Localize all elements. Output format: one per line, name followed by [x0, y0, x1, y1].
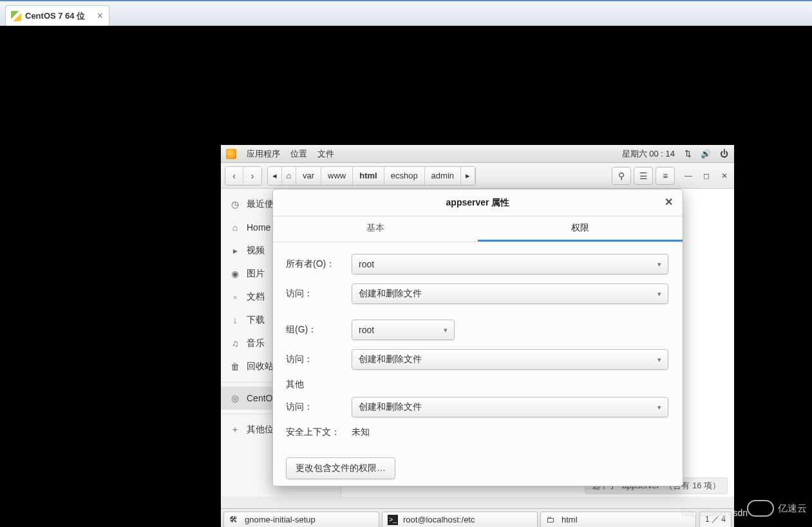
group-combo[interactable]: root [352, 320, 455, 340]
path-seg-admin[interactable]: admin [425, 167, 461, 185]
terminal-icon: >_ [388, 515, 398, 525]
gnome-bottom-panel: 🛠 gnome-initial-setup >_ root@localhost:… [221, 508, 734, 527]
properties-dialog: appserver 属性 ✕ 基本 权限 所有者(O)： root 访问： 创建… [272, 189, 683, 486]
blog-url-text: https://blog.csdn [682, 508, 748, 518]
vm-icon [11, 11, 21, 21]
view-menu-button[interactable]: ≡ [656, 167, 675, 185]
tools-icon: 🛠 [229, 515, 240, 525]
owner-combo[interactable]: root [352, 254, 668, 274]
path-seg-ecshop[interactable]: ecshop [384, 167, 425, 185]
secontext-label: 安全上下文： [286, 426, 352, 438]
window-minimize-icon[interactable]: — [683, 170, 694, 182]
taskbar-item-setup[interactable]: 🛠 gnome-initial-setup [223, 512, 379, 528]
clock-icon: ◷ [230, 199, 240, 209]
gnome-desktop: 应用程序 位置 文件 星期六 00 : 14 ⇅ 🔊 ⏻ ‹ › ◂ ⌂ var… [221, 145, 734, 527]
nav-forward-button[interactable]: › [243, 167, 261, 185]
folder-icon: 🗀 [546, 515, 556, 525]
watermark-text: 亿速云 [778, 503, 807, 515]
owner-access-combo[interactable]: 创建和删除文件 [352, 283, 668, 304]
nav-buttons: ‹ › [225, 166, 262, 186]
disc-icon: ◎ [230, 393, 240, 403]
menu-files[interactable]: 文件 [317, 148, 334, 160]
path-bar: ◂ ⌂ var www html ecshop admin ▸ [267, 166, 476, 186]
vm-display: 应用程序 位置 文件 星期六 00 : 14 ⇅ 🔊 ⏻ ‹ › ◂ ⌂ var… [0, 26, 812, 527]
vm-tab-title: CentOS 7 64 位 [25, 10, 85, 22]
home-icon: ⌂ [230, 222, 240, 233]
power-icon[interactable]: ⏻ [719, 149, 729, 159]
window-maximize-icon[interactable]: ◻ [701, 170, 712, 182]
owner-label: 所有者(O)： [286, 258, 352, 270]
host-tab-bar: CentOS 7 64 位 ✕ [0, 0, 812, 26]
watermark: 亿速云 [747, 500, 807, 517]
gnome-top-panel: 应用程序 位置 文件 星期六 00 : 14 ⇅ 🔊 ⏻ [221, 145, 734, 163]
secontext-value: 未知 [352, 426, 370, 438]
camera-icon: ◉ [230, 269, 240, 279]
dialog-titlebar: appserver 属性 ✕ [273, 189, 683, 216]
vm-tab[interactable]: CentOS 7 64 位 ✕ [5, 5, 109, 26]
volume-icon[interactable]: 🔊 [701, 149, 711, 159]
taskbar-item-terminal[interactable]: >_ root@localhost:/etc [382, 512, 538, 528]
download-icon: ↓ [230, 315, 240, 325]
others-section-label: 其他 [286, 379, 670, 390]
panel-datetime[interactable]: 星期六 00 : 14 [622, 148, 675, 160]
path-scroll-left[interactable]: ◂ [268, 167, 282, 185]
group-access-combo[interactable]: 创建和删除文件 [352, 349, 668, 370]
network-icon[interactable]: ⇅ [683, 149, 693, 159]
music-icon: ♫ [230, 338, 240, 349]
nav-back-button[interactable]: ‹ [225, 167, 243, 185]
view-list-button[interactable]: ☰ [634, 167, 653, 185]
document-icon: ▫ [230, 292, 240, 302]
dialog-title: appserver 属性 [446, 197, 510, 209]
menu-applications[interactable]: 应用程序 [247, 148, 280, 160]
group-access-label: 访问： [286, 354, 352, 365]
plus-icon: ＋ [230, 424, 240, 436]
close-tab-icon[interactable]: ✕ [97, 11, 104, 21]
path-home-button[interactable]: ⌂ [282, 167, 296, 185]
filemanager-toolbar: ‹ › ◂ ⌂ var www html ecshop admin ▸ ⚲ ☰ … [221, 163, 734, 189]
tab-permissions[interactable]: 权限 [478, 216, 683, 242]
others-access-combo[interactable]: 创建和删除文件 [352, 397, 668, 417]
search-button[interactable]: ⚲ [612, 167, 631, 185]
path-seg-var[interactable]: var [296, 167, 321, 185]
trash-icon: 🗑 [230, 361, 240, 372]
change-recursive-button[interactable]: 更改包含文件的权限… [286, 457, 395, 479]
video-icon: ▸ [230, 245, 240, 256]
cloud-icon [747, 500, 774, 517]
taskbar-item-files[interactable]: 🗀 html [540, 512, 696, 528]
path-scroll-right[interactable]: ▸ [461, 167, 475, 185]
menu-places[interactable]: 位置 [290, 148, 307, 160]
path-seg-html[interactable]: html [353, 167, 384, 185]
owner-access-label: 访问： [286, 288, 352, 300]
activities-icon[interactable] [226, 149, 236, 159]
path-seg-www[interactable]: www [321, 167, 353, 185]
dialog-tabs: 基本 权限 [273, 216, 683, 242]
tab-basic[interactable]: 基本 [273, 216, 478, 242]
others-access-label: 访问： [286, 401, 352, 413]
window-close-icon[interactable]: ✕ [719, 170, 730, 182]
group-label: 组(G)： [286, 324, 352, 336]
dialog-close-icon[interactable]: ✕ [662, 196, 675, 209]
